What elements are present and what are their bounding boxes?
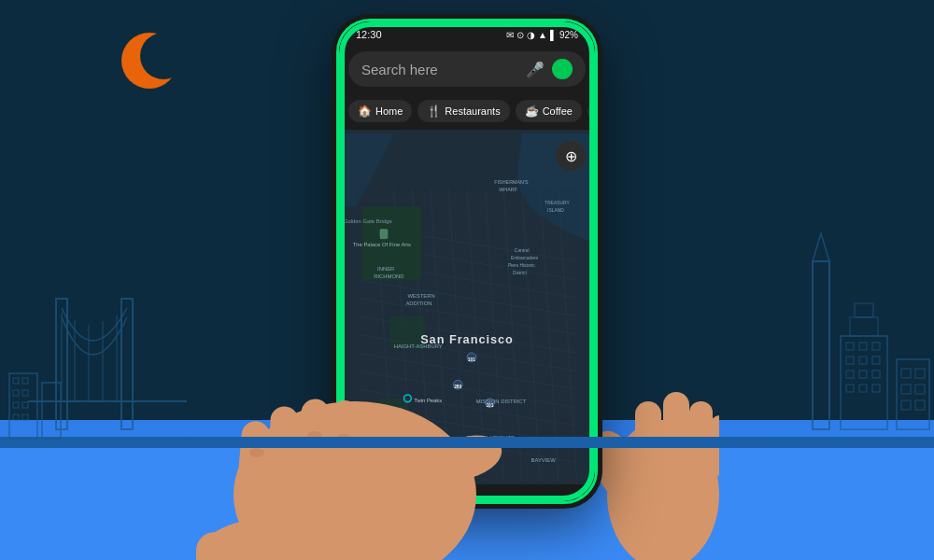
svg-text:INNER: INNER [377,266,394,272]
svg-text:BAYVIEW: BAYVIEW [531,457,557,463]
status-bar: 12:30 ✉ ⊙ ◑ ▲ ▌ 92% [339,21,595,44]
signal-icon: ▌ [550,30,557,40]
phone-scene: 12:30 ✉ ⊙ ◑ ▲ ▌ 92% Search here 🎤 🏠 Home [271,19,663,541]
wifi-icon: ▲ [538,30,547,40]
active-indicator [552,59,573,79]
dnd-icon: ◑ [527,30,535,40]
svg-text:Piers Historic: Piers Historic [508,263,535,268]
search-bar[interactable]: Search here 🎤 [348,51,586,87]
chip-home-label: Home [375,105,403,117]
hand-front [196,289,514,560]
chip-restaurants-label: Restaurants [445,105,500,117]
moon-icon [112,28,177,93]
svg-point-113 [249,448,264,457]
svg-rect-108 [268,406,299,496]
home-chip-icon: 🏠 [358,105,372,118]
svg-text:WHARF: WHARF [499,187,517,192]
svg-text:RICHMOND: RICHMOND [374,273,403,279]
svg-text:TREASURY: TREASURY [545,201,570,205]
chip-home[interactable]: 🏠 Home [348,100,412,122]
restaurants-chip-icon: 🍴 [427,105,441,118]
microphone-icon[interactable]: 🎤 [526,61,545,78]
chip-bars[interactable]: 🍸 B... [587,100,595,122]
svg-rect-46 [663,392,689,471]
category-chips: 🏠 Home 🍴 Restaurants ☕ Coffee 🍸 B... [339,94,595,130]
location-icon: ⊙ [517,30,524,40]
svg-text:FISHERMAN'S: FISHERMAN'S [494,179,529,185]
layers-button[interactable]: ⊕ [556,141,586,171]
status-icons: ✉ ⊙ ◑ ▲ ▌ 92% [506,30,578,40]
search-placeholder: Search here [361,62,518,77]
layers-icon: ⊕ [565,147,577,165]
chip-restaurants[interactable]: 🍴 Restaurants [417,100,509,122]
svg-text:The Palace Of Fine Arts: The Palace Of Fine Arts [353,242,411,247]
svg-text:Embarcadero: Embarcadero [511,256,539,260]
svg-rect-112 [196,532,336,560]
svg-rect-82 [380,230,388,239]
svg-text:District: District [513,271,528,275]
search-bar-area: Search here 🎤 [339,44,595,94]
chip-coffee[interactable]: ☕ Coffee [516,100,582,122]
mail-icon: ✉ [506,30,514,40]
battery-display: 92% [559,30,578,40]
svg-text:Golden Gate Bridge: Golden Gate Bridge [344,218,392,224]
chip-coffee-label: Coffee [543,105,573,117]
time-display: 12:30 [356,29,382,40]
coffee-chip-icon: ☕ [525,105,539,118]
svg-text:Central: Central [515,248,530,253]
svg-text:ISLAND: ISLAND [547,208,564,213]
ground-line [0,437,934,448]
